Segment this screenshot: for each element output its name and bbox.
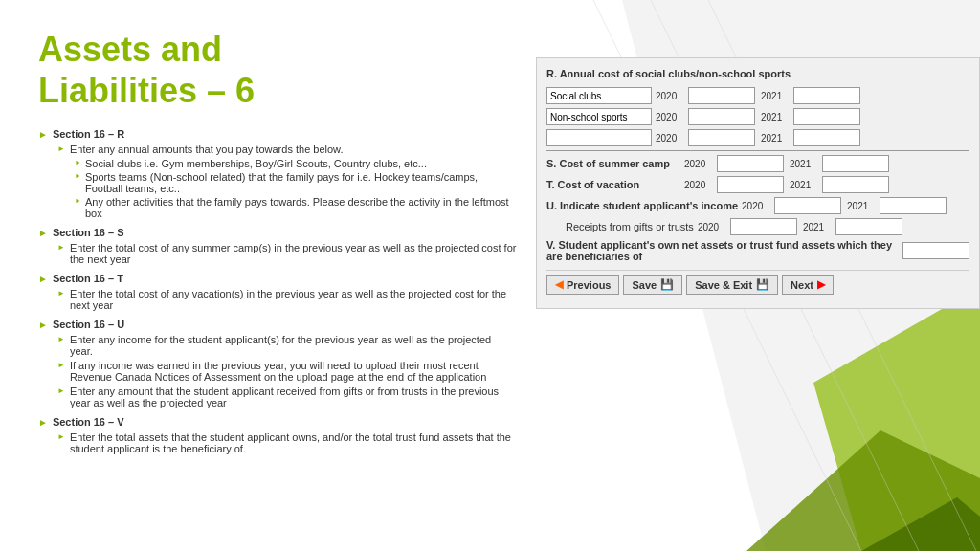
section-16r-intro: ► Enter any annual amounts that you pay …	[57, 143, 517, 155]
section-16s: ► Section 16 – S ► Enter the total cost …	[38, 227, 517, 265]
vacation-2021-input[interactable]	[822, 176, 889, 193]
social-clubs-2020-input[interactable]	[688, 87, 755, 104]
section-16r-sub1: ► Social clubs i.e. Gym memberships, Boy…	[75, 158, 517, 169]
nav-buttons: ◀ Previous Save 💾 Save & Exit 💾 Next ▶	[546, 270, 969, 298]
gifts-trusts-2020-input[interactable]	[730, 218, 797, 235]
social-clubs-row: 2020 2021	[546, 87, 969, 104]
section-16u: ► Section 16 – U ► Enter any income for …	[38, 319, 517, 408]
gifts-trusts-2021-input[interactable]	[835, 218, 902, 235]
section-arrow-icon: ►	[38, 228, 48, 238]
year-2020-label: 2020	[742, 201, 770, 211]
non-school-sports-2021-input[interactable]	[793, 108, 860, 125]
left-panel: Assets and Liabilities – 6 ► Section 16 …	[38, 29, 536, 532]
year-2020-label: 2020	[656, 91, 684, 101]
summer-camp-row: S. Cost of summer camp 2020 2021	[546, 155, 969, 172]
sub-arrow-icon: ►	[57, 335, 65, 343]
section-16r-sub3: ► Any other activities that the family p…	[75, 196, 517, 219]
save-exit-button[interactable]: Save & Exit 💾	[686, 275, 778, 295]
summer-camp-2021-input[interactable]	[822, 155, 889, 172]
student-income-label: U. Indicate student applicant's income	[546, 200, 738, 211]
section-16v-sub1: ► Enter the total assets that the studen…	[57, 431, 517, 454]
sub-arrow-icon: ►	[57, 289, 65, 298]
other-activities-input[interactable]	[546, 129, 652, 146]
year-2021-label: 2021	[761, 133, 790, 143]
social-clubs-2021-input[interactable]	[793, 87, 860, 104]
gifts-trusts-label: Receipts from gifts or trusts	[546, 221, 694, 232]
section-16s-sub1: ► Enter the total cost of any summer cam…	[57, 242, 517, 265]
year-2021-label: 2021	[790, 180, 818, 190]
save-exit-icon: 💾	[756, 278, 769, 291]
section-16r-sub2: ► Sports teams (Non-school related) that…	[75, 171, 517, 194]
section-16s-header: Section 16 – S	[53, 227, 124, 238]
sub-arrow-icon: ►	[57, 386, 65, 395]
student-income-2020-input[interactable]	[774, 197, 841, 214]
section-arrow-icon: ►	[38, 417, 48, 428]
save-button[interactable]: Save 💾	[623, 275, 682, 295]
student-income-row: U. Indicate student applicant's income 2…	[546, 197, 969, 214]
section-16t: ► Section 16 – T ► Enter the total cost …	[38, 273, 517, 311]
sub-arrow-icon: ►	[57, 361, 65, 369]
year-2020-label: 2020	[684, 159, 713, 169]
form-card: R. Annual cost of social clubs/non-schoo…	[536, 57, 980, 309]
section-16u-sub2: ► If any income was earned in the previo…	[57, 360, 517, 383]
other-activities-row: 2020 2021	[546, 129, 969, 146]
vacation-2020-input[interactable]	[717, 176, 784, 193]
section-16r-header: Section 16 – R	[53, 128, 124, 140]
year-2021-label: 2021	[790, 159, 818, 169]
previous-icon: ◀	[555, 278, 563, 291]
vacation-label: T. Cost of vacation	[546, 179, 680, 190]
section-16u-sub1: ► Enter any income for the student appli…	[57, 334, 517, 357]
section-16t-sub1: ► Enter the total cost of any vacation(s…	[57, 288, 517, 311]
section-16u-header: Section 16 – U	[53, 319, 124, 330]
other-activities-2020-input[interactable]	[688, 129, 755, 146]
section-16r: ► Section 16 – R ► Enter any annual amou…	[38, 128, 517, 219]
section-16u-sub3: ► Enter any amount that the student appl…	[57, 386, 517, 408]
summer-camp-2020-input[interactable]	[717, 155, 784, 172]
page-title: Assets and Liabilities – 6	[38, 29, 517, 111]
year-2020-label: 2020	[698, 222, 726, 232]
subsub-arrow-icon: ►	[75, 159, 81, 165]
section-arrow-icon: ►	[38, 274, 48, 284]
save-icon: 💾	[660, 278, 674, 291]
social-clubs-input[interactable]	[546, 87, 652, 104]
vacation-row: T. Cost of vacation 2020 2021	[546, 176, 969, 193]
sub-arrow-icon: ►	[57, 144, 65, 153]
non-school-sports-input[interactable]	[546, 108, 652, 125]
student-income-2021-input[interactable]	[880, 197, 947, 214]
year-2021-label: 2021	[761, 91, 790, 101]
next-icon: ▶	[817, 278, 825, 291]
form-title: R. Annual cost of social clubs/non-schoo…	[546, 68, 969, 79]
net-assets-input[interactable]	[902, 242, 969, 259]
right-panel: R. Annual cost of social clubs/non-schoo…	[536, 29, 980, 532]
non-school-sports-2020-input[interactable]	[688, 108, 755, 125]
section-arrow-icon: ►	[38, 129, 48, 140]
year-2021-label: 2021	[847, 201, 876, 211]
next-button[interactable]: Next ▶	[782, 275, 834, 295]
year-2021-label: 2021	[761, 112, 790, 122]
year-2020-label: 2020	[656, 133, 684, 143]
net-assets-label: V. Student applicant's own net assets or…	[546, 239, 902, 262]
subsub-arrow-icon: ►	[75, 172, 81, 179]
sub-arrow-icon: ►	[57, 243, 65, 252]
year-2020-label: 2020	[656, 112, 684, 122]
section-16t-header: Section 16 – T	[53, 273, 123, 284]
section-arrow-icon: ►	[38, 320, 48, 330]
other-activities-2021-input[interactable]	[793, 129, 860, 146]
subsub-arrow-icon: ►	[75, 197, 81, 204]
summer-camp-label: S. Cost of summer camp	[546, 158, 680, 169]
non-school-sports-row: 2020 2021	[546, 108, 969, 125]
year-2021-label: 2021	[803, 222, 832, 232]
section-16v-header: Section 16 – V	[53, 416, 124, 428]
sections-list: ► Section 16 – R ► Enter any annual amou…	[38, 128, 517, 454]
section-16v: ► Section 16 – V ► Enter the total asset…	[38, 416, 517, 454]
previous-button[interactable]: ◀ Previous	[546, 275, 619, 295]
year-2020-label: 2020	[684, 180, 713, 190]
net-assets-row: V. Student applicant's own net assets or…	[546, 239, 969, 262]
sub-arrow-icon: ►	[57, 432, 65, 441]
gifts-trusts-row: Receipts from gifts or trusts 2020 2021	[546, 218, 969, 235]
